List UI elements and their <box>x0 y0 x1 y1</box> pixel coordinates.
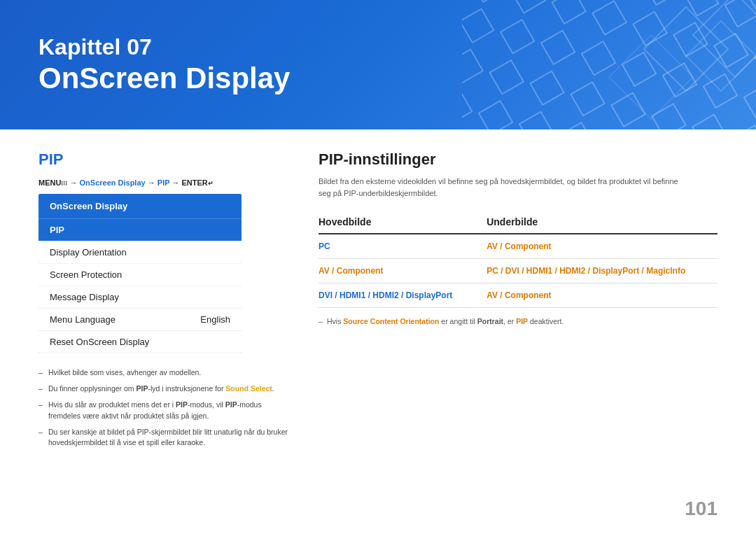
osd-menu-item-label: Screen Protection <box>50 269 122 280</box>
osd-menu-item[interactable]: PIP <box>38 219 241 241</box>
col1-header: Hovedbilde <box>318 212 472 234</box>
osd-menu-header: OnScreen Display <box>38 194 241 219</box>
osd-menu-item[interactable]: Message Display <box>38 286 241 309</box>
table-cell-col2: AV / Component <box>472 283 718 308</box>
osd-menu-item-label: Display Orientation <box>50 247 127 258</box>
table-row: AV / ComponentPC / DVI / HDMI1 / HDMI2 /… <box>318 259 718 283</box>
osd-menu-items-list: PIPDisplay OrientationScreen ProtectionM… <box>38 219 241 353</box>
note-item: Du ser kanskje at bildet på PIP-skjermbi… <box>38 427 290 448</box>
pip-table: Hovedbilde Underbilde PCAV / ComponentAV… <box>318 212 718 308</box>
table-cell-col1: DVI / HDMI1 / HDMI2 / DisplayPort <box>318 283 472 308</box>
page-number: 101 <box>685 498 718 520</box>
osd-menu-box: OnScreen Display PIPDisplay OrientationS… <box>38 194 241 353</box>
left-notes: Hvilket bilde som vises, avhenger av mod… <box>38 367 290 448</box>
left-column: PIP MENU⁝⁝⁝ → OnScreen Display → PIP → E… <box>38 150 290 454</box>
table-cell-col1: AV / Component <box>318 259 472 283</box>
main-title: OnScreen Display <box>38 61 290 96</box>
osd-menu-item-label: Message Display <box>50 292 119 302</box>
right-column: PIP-innstillinger Bildet fra den ekstern… <box>318 150 718 454</box>
table-cell-col2: AV / Component <box>472 234 718 259</box>
osd-menu-item[interactable]: Screen Protection <box>38 264 241 286</box>
right-note: Hvis Source Content Orientation er angit… <box>318 316 718 328</box>
osd-menu-item-label: PIP <box>50 225 64 235</box>
osd-menu-item[interactable]: Menu LanguageEnglish <box>38 309 241 331</box>
table-row: PCAV / Component <box>318 234 718 259</box>
pip-settings-title: PIP-innstillinger <box>318 150 718 169</box>
main-content: PIP MENU⁝⁝⁝ → OnScreen Display → PIP → E… <box>0 129 756 468</box>
table-cell-col1: PC <box>318 234 472 259</box>
osd-menu-item-label: Menu Language <box>50 314 115 325</box>
header-title-block: Kapittel 07 OnScreen Display <box>38 34 290 96</box>
chapter-label: Kapittel 07 <box>38 34 290 60</box>
osd-menu-item-label: Reset OnScreen Display <box>50 337 149 347</box>
pip-table-body: PCAV / ComponentAV / ComponentPC / DVI /… <box>318 234 718 308</box>
page-header: Kapittel 07 OnScreen Display <box>0 0 756 129</box>
menu-path: MENU⁝⁝⁝ → OnScreen Display → PIP → ENTER… <box>38 178 290 187</box>
pip-section-title: PIP <box>38 150 290 169</box>
osd-menu-item[interactable]: Display Orientation <box>38 241 241 264</box>
note-item: Hvis du slår av produktet mens det er i … <box>38 400 290 421</box>
table-row: DVI / HDMI1 / HDMI2 / DisplayPortAV / Co… <box>318 283 718 308</box>
note-item: Hvilket bilde som vises, avhenger av mod… <box>38 367 290 378</box>
menu-path-text: MENU⁝⁝⁝ → OnScreen Display → PIP → ENTER… <box>38 178 214 187</box>
note-item: Du finner opplysninger om PIP-lyd i inst… <box>38 384 290 394</box>
osd-menu-item-value: English <box>200 314 230 325</box>
col2-header: Underbilde <box>472 212 718 234</box>
header-decoration <box>462 0 756 129</box>
table-cell-col2: PC / DVI / HDMI1 / HDMI2 / DisplayPort /… <box>472 259 718 283</box>
pip-description: Bildet fra den eksterne videokilden vil … <box>318 176 682 199</box>
osd-menu-item[interactable]: Reset OnScreen Display <box>38 331 241 353</box>
